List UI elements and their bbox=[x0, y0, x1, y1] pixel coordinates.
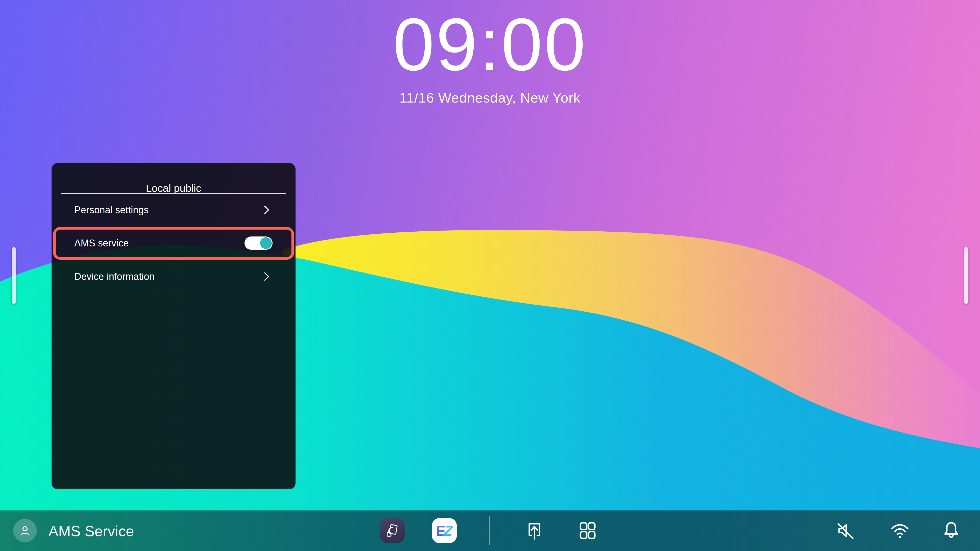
share-screen-up-arrow-icon bbox=[523, 519, 546, 542]
wifi-icon bbox=[888, 519, 912, 542]
right-edge-toolbar-handle[interactable] bbox=[964, 247, 968, 304]
device-information-row[interactable]: Device information bbox=[52, 260, 296, 293]
personal-settings-row[interactable]: Personal settings bbox=[52, 193, 296, 227]
user-avatar[interactable] bbox=[13, 519, 37, 542]
ams-service-label: AMS service bbox=[74, 238, 245, 249]
panel-title: Local public bbox=[52, 183, 296, 194]
wifi-button[interactable] bbox=[887, 518, 913, 543]
chevron-right-icon bbox=[260, 204, 272, 216]
ams-service-toggle[interactable] bbox=[245, 237, 272, 250]
screen-mirroring-icon bbox=[384, 523, 400, 538]
volume-muted-button[interactable] bbox=[833, 518, 858, 543]
device-information-label: Device information bbox=[74, 271, 260, 282]
left-edge-toolbar-handle[interactable] bbox=[12, 247, 16, 304]
taskbar-divider bbox=[489, 516, 490, 545]
notification-bell-icon bbox=[939, 519, 963, 542]
local-public-settings-panel: Local public Personal settings AMS servi… bbox=[52, 163, 296, 489]
ams-service-row[interactable]: AMS service bbox=[52, 227, 296, 260]
apps-grid-button[interactable] bbox=[575, 518, 600, 543]
notification-bell-button[interactable] bbox=[939, 518, 964, 543]
open-share-screen-button[interactable] bbox=[522, 518, 547, 543]
person-icon bbox=[18, 523, 33, 538]
screen-mirroring-app-button[interactable] bbox=[380, 518, 405, 543]
chevron-right-icon bbox=[260, 271, 272, 283]
personal-settings-label: Personal settings bbox=[74, 205, 260, 216]
volume-muted-icon bbox=[834, 519, 857, 542]
apps-grid-icon bbox=[576, 519, 599, 542]
clock-time: 09:00 bbox=[0, 7, 980, 82]
toggle-knob bbox=[260, 237, 272, 249]
clock-date: 11/16 Wednesday, New York bbox=[0, 90, 980, 106]
ez-whiteboard-app-button[interactable]: E Z bbox=[432, 518, 457, 543]
taskbar-user-label[interactable]: AMS Service bbox=[48, 522, 134, 540]
